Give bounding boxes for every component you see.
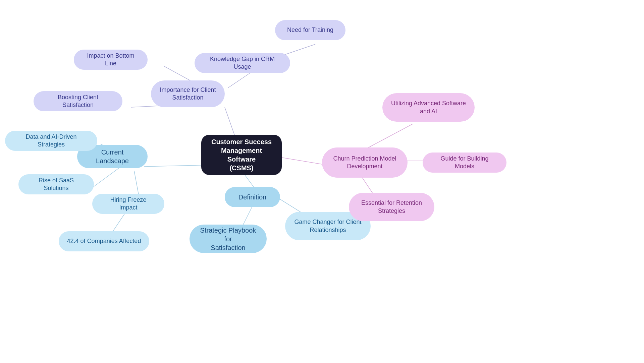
guide-building-node: Guide for Building Models [423, 153, 506, 173]
knowledge-gap-label: Knowledge Gap in CRM Usage [203, 55, 282, 71]
strategic-playbook-label: Strategic Playbook forSatisfaction [198, 226, 259, 252]
guide-building-label: Guide for Building Models [431, 155, 498, 171]
definition-label: Definition [238, 193, 266, 201]
churn-prediction-node: Churn Prediction ModelDevelopment [322, 147, 408, 178]
impact-label: Impact on Bottom Line [82, 52, 140, 68]
game-changer-label: Game Changer for ClientRelationships [294, 218, 361, 234]
essential-retention-label: Essential for RetentionStrategies [361, 199, 422, 215]
definition-node: Definition [225, 187, 280, 207]
boosting-label: Boosting Client Satisfaction [42, 94, 114, 109]
need-training-node: Need for Training [275, 20, 345, 40]
hiring-freeze-node: Hiring Freeze Impact [92, 194, 164, 214]
need-training-label: Need for Training [287, 26, 333, 34]
current-landscape-label: Current Landscape [85, 148, 140, 165]
utilizing-advanced-node: Utilizing Advanced Softwareand AI [382, 93, 475, 122]
data-ai-node: Data and AI-Driven Strategies [5, 131, 97, 151]
essential-retention-node: Essential for RetentionStrategies [349, 193, 434, 221]
knowledge-gap-node: Knowledge Gap in CRM Usage [195, 53, 290, 73]
impact-node: Impact on Bottom Line [74, 50, 148, 70]
companies-affected-node: 42.4 of Companies Affected [59, 231, 149, 251]
importance-label: Importance for ClientSatisfaction [160, 86, 216, 102]
churn-prediction-label: Churn Prediction ModelDevelopment [333, 155, 396, 171]
rise-saas-node: Rise of SaaS Solutions [18, 174, 94, 194]
center-node: Customer SuccessManagement Software(CSMS… [201, 135, 282, 175]
companies-affected-label: 42.4 of Companies Affected [67, 237, 141, 245]
strategic-playbook-node: Strategic Playbook forSatisfaction [190, 225, 267, 253]
boosting-node: Boosting Client Satisfaction [34, 91, 122, 111]
svg-line-14 [362, 124, 413, 151]
center-label: Customer SuccessManagement Software(CSMS… [209, 137, 274, 172]
data-ai-label: Data and AI-Driven Strategies [13, 133, 89, 149]
hiring-freeze-label: Hiring Freeze Impact [100, 196, 156, 212]
importance-node: Importance for ClientSatisfaction [151, 80, 225, 107]
utilizing-advanced-label: Utilizing Advanced Softwareand AI [391, 100, 466, 115]
rise-saas-label: Rise of SaaS Solutions [26, 177, 86, 192]
